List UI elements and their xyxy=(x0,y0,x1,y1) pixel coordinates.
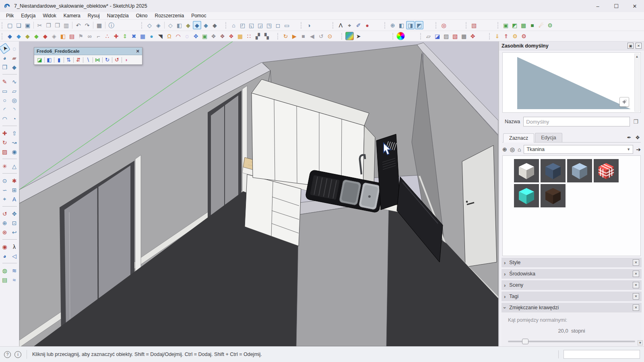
panel-sceny[interactable]: ›Sceny✕ xyxy=(502,280,642,290)
panel-rodowiska[interactable]: ›Środowiska✕ xyxy=(502,269,642,279)
texture-frame-tool[interactable]: ▧ xyxy=(470,21,478,29)
save-file[interactable]: ▣ xyxy=(23,21,32,29)
two-point-arc[interactable]: ◝ xyxy=(10,105,19,114)
plugin-lasso[interactable]: ✐ xyxy=(354,21,363,29)
water-drop[interactable]: ● xyxy=(147,32,156,40)
tray-header[interactable]: Zasobnik domyślny ▣ ✕ xyxy=(499,41,644,50)
style-wireframe[interactable]: ◇ xyxy=(166,21,175,29)
teal-material[interactable] xyxy=(514,184,539,207)
material-type-select[interactable]: Tkanina ▼ xyxy=(524,145,633,154)
menu-rozszerzenia[interactable]: Rozszerzenia xyxy=(151,12,188,19)
red-cross[interactable]: ✚ xyxy=(112,32,120,40)
texture-move[interactable]: ✥ xyxy=(469,32,477,40)
offset[interactable]: ◉ xyxy=(10,147,19,156)
fredotools-red[interactable]: ◆ xyxy=(41,32,50,40)
undo[interactable]: ↶ xyxy=(74,21,83,29)
panel-softening[interactable]: › Zmiękczanie krawędzi ✕ xyxy=(502,303,642,312)
eraser[interactable]: ▰ xyxy=(10,54,19,62)
follow-me[interactable]: ↝ xyxy=(10,138,19,147)
red-list[interactable]: ▤ xyxy=(68,32,76,40)
align-view[interactable]: ⊕ xyxy=(388,21,397,29)
panel-close-icon[interactable]: ✕ xyxy=(633,282,639,288)
fredo-box-stretch[interactable]: ⇅ xyxy=(65,56,72,63)
tray-pin-icon[interactable]: ▣ xyxy=(627,43,634,49)
freehand[interactable]: ∿ xyxy=(10,77,19,86)
panel-close-icon[interactable]: ✕ xyxy=(633,304,639,311)
dark-brown-material[interactable] xyxy=(541,184,566,207)
orbit[interactable]: ↺ xyxy=(0,209,9,218)
select[interactable]: ➤ xyxy=(0,43,10,54)
view-left[interactable]: ◻ xyxy=(274,21,282,29)
menu-okno[interactable]: Okno xyxy=(132,12,151,19)
zoom[interactable]: ⊕ xyxy=(0,219,9,227)
menu-rysuj[interactable]: Rysuj xyxy=(84,12,103,19)
fredoscale-close-icon[interactable]: ✕ xyxy=(136,49,140,54)
paint-bucket[interactable]: ◕ xyxy=(0,54,9,62)
add-material-icon[interactable]: ⊕ xyxy=(502,146,507,153)
plugin-lambda[interactable]: Λ xyxy=(336,21,345,29)
circle[interactable]: ○ xyxy=(0,96,9,104)
wave-tool[interactable]: ≋ xyxy=(10,266,19,275)
pan[interactable]: ✥ xyxy=(10,209,19,218)
style-textured[interactable]: ◆ xyxy=(202,21,210,29)
scene-update[interactable]: ↻ xyxy=(281,32,290,40)
import-down[interactable]: ⇓ xyxy=(493,32,502,40)
menu-widok[interactable]: Widok xyxy=(39,12,60,19)
play-animation[interactable]: ▶ xyxy=(290,32,299,40)
plugin-pick[interactable]: ⌖ xyxy=(345,21,354,29)
make-component[interactable]: ❒ xyxy=(0,63,9,71)
material-name-input[interactable] xyxy=(523,117,630,126)
compass-move[interactable]: ✥ xyxy=(192,32,200,40)
cube-copy[interactable]: ❖ xyxy=(209,32,218,40)
layers-tool[interactable]: ▤ xyxy=(0,275,9,284)
style-back-edges[interactable]: ◈ xyxy=(154,21,163,29)
fredo-shrink[interactable]: ⇵ xyxy=(75,56,82,63)
partition-wall[interactable] xyxy=(293,193,389,346)
delete[interactable]: ▥ xyxy=(62,21,70,29)
zoom-window[interactable]: ⊡ xyxy=(10,219,19,227)
protractor[interactable]: △ xyxy=(10,162,19,170)
fredoscale[interactable]: ◆ xyxy=(6,32,14,40)
export-up[interactable]: ⇑ xyxy=(502,32,510,40)
navy-blue-material[interactable] xyxy=(541,159,566,182)
menu-pomoc[interactable]: Pomoc xyxy=(188,12,210,19)
fredo-bend-blue[interactable]: ↻ xyxy=(104,56,111,63)
blue-scissors[interactable]: ✖ xyxy=(130,32,138,40)
fredo-plane-shear[interactable]: ▮ xyxy=(56,56,62,63)
panel-style[interactable]: ›Style✕ xyxy=(502,258,642,267)
texture-page[interactable]: ▱ xyxy=(424,32,433,40)
axes[interactable]: ✳ xyxy=(0,162,9,170)
fredo-radial-bend[interactable]: ◗ xyxy=(123,56,130,63)
texture-rotate-right[interactable]: ▧ xyxy=(451,32,459,40)
cursor-settings[interactable]: ➤ xyxy=(354,32,363,40)
dimension[interactable]: ⊞ xyxy=(10,186,19,194)
view-right[interactable]: ◲ xyxy=(256,21,264,29)
tab-zaznacz[interactable]: Zaznacz xyxy=(503,133,534,143)
cut[interactable]: ✂ xyxy=(35,21,44,29)
view-front[interactable]: ◱ xyxy=(247,21,256,29)
look-around[interactable]: ◕ xyxy=(0,252,9,260)
fredo-shear[interactable]: ∖ xyxy=(85,56,91,63)
copy[interactable]: ❐ xyxy=(44,21,53,29)
position-target[interactable]: ⌖ xyxy=(0,195,9,203)
style-xray[interactable]: ◇ xyxy=(145,21,154,29)
menu-plik[interactable]: Plik xyxy=(2,12,17,19)
sparkle-button[interactable] xyxy=(619,97,629,107)
solid-edit[interactable]: ◩ xyxy=(510,21,519,29)
look-at-face[interactable]: ◨ xyxy=(406,21,415,29)
black-hood-unit[interactable] xyxy=(376,134,400,210)
slate-blue-material[interactable] xyxy=(567,159,592,182)
tape-measure[interactable]: ⊙ xyxy=(0,176,9,185)
viewport-3d-scene[interactable] xyxy=(19,41,498,346)
plugin-ellipse[interactable]: ● xyxy=(363,21,372,29)
angle-slider[interactable] xyxy=(508,339,635,344)
previous-scene[interactable]: ◀ xyxy=(308,32,316,40)
menu-kamera[interactable]: Kamera xyxy=(60,12,84,19)
solid-close[interactable]: ■ xyxy=(528,21,537,29)
view-back[interactable]: ◳ xyxy=(265,21,273,29)
orange-panel[interactable]: ◧ xyxy=(59,32,67,40)
right-door[interactable] xyxy=(462,145,497,267)
wire-cube[interactable]: ◈ xyxy=(50,32,58,40)
text-3d[interactable]: A xyxy=(10,195,19,203)
flag[interactable]: ⚑ xyxy=(76,32,85,40)
